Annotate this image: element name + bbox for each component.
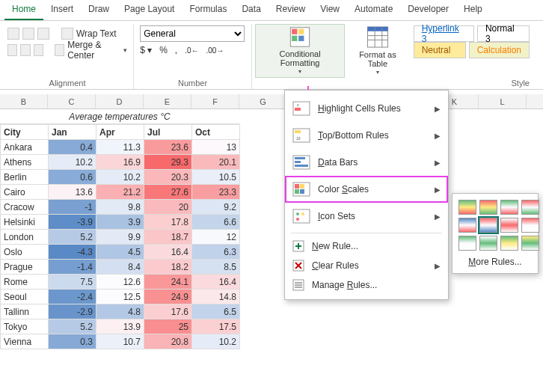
align-right-icon[interactable] (34, 44, 43, 56)
data-cell[interactable]: 23.6 (144, 140, 192, 155)
currency-button[interactable]: $ ▾ (140, 45, 152, 55)
align-bottom-icon[interactable] (37, 28, 49, 40)
data-cell[interactable]: 12.6 (96, 275, 144, 290)
color-scale-option[interactable] (458, 200, 476, 215)
cf-data-bars[interactable]: Data Bars ▶ (285, 149, 448, 176)
conditional-formatting-button[interactable]: Conditional Formatting ▾ (255, 24, 345, 78)
color-scale-option[interactable] (479, 236, 497, 251)
decrease-decimal-button[interactable]: .00→ (206, 46, 224, 55)
data-cell[interactable]: 17.8 (144, 215, 192, 230)
data-cell[interactable]: -2.9 (49, 304, 96, 319)
data-cell[interactable]: 20.8 (144, 334, 192, 349)
data-cell[interactable]: 3.9 (96, 215, 144, 230)
color-scale-option[interactable] (521, 236, 539, 251)
data-cell[interactable]: 0.6 (49, 170, 96, 185)
data-cell[interactable]: 0.4 (49, 140, 96, 155)
column-header[interactable]: E (144, 94, 191, 108)
data-cell[interactable]: -1 (49, 200, 96, 215)
format-as-table-button[interactable]: Format as Table ▾ (345, 24, 410, 78)
data-cell[interactable]: 21.2 (96, 185, 144, 200)
cf-color-scales[interactable]: Color Scales ▶ (285, 176, 448, 203)
data-cell[interactable]: 29.3 (144, 155, 192, 170)
data-cell[interactable]: -4.3 (49, 245, 96, 260)
data-cell[interactable]: 9.8 (96, 200, 144, 215)
data-cell[interactable]: 25 (144, 319, 192, 334)
color-scale-option[interactable] (521, 200, 539, 215)
color-scale-option[interactable] (500, 200, 518, 215)
title-cell[interactable]: Average temperatures °C (0, 109, 239, 124)
ribbon-tab-review[interactable]: Review (269, 1, 313, 20)
data-cell[interactable]: 12.5 (96, 290, 144, 304)
data-cell[interactable]: -1.4 (49, 260, 96, 275)
city-cell[interactable]: Berlin (1, 170, 49, 185)
city-cell[interactable]: Ankara (1, 140, 49, 155)
data-cell[interactable]: 0.3 (49, 334, 96, 349)
data-cell[interactable]: 23.3 (192, 185, 240, 200)
align-middle-icon[interactable] (22, 28, 34, 40)
city-cell[interactable]: Cracow (1, 200, 49, 215)
style-calculation[interactable]: Calculation (469, 42, 530, 58)
ribbon-tab-insert[interactable]: Insert (43, 1, 81, 20)
city-cell[interactable]: Helsinki (1, 215, 49, 230)
chevron-down-icon[interactable]: ▾ (123, 46, 127, 54)
data-cell[interactable]: 17.5 (192, 319, 240, 334)
color-scale-option[interactable] (500, 236, 518, 251)
city-cell[interactable]: Athens (1, 155, 49, 170)
ribbon-tab-formulas[interactable]: Formulas (182, 1, 234, 20)
merge-center-button[interactable]: Merge & Center (67, 40, 119, 61)
table-header[interactable]: Oct (192, 125, 240, 140)
data-cell[interactable]: 17.6 (144, 304, 192, 319)
wrap-text-button[interactable]: Wrap Text (76, 28, 117, 39)
city-cell[interactable]: Cairo (1, 185, 49, 200)
data-cell[interactable]: 11.3 (96, 140, 144, 155)
color-scale-option[interactable] (479, 200, 497, 215)
data-cell[interactable]: 10.2 (49, 155, 96, 170)
city-cell[interactable]: Prague (1, 260, 49, 275)
column-header[interactable]: L (479, 94, 527, 108)
color-scale-option[interactable] (458, 218, 476, 233)
data-cell[interactable]: 24.1 (144, 275, 192, 290)
cf-top-bottom[interactable]: 10 Top/Bottom Rules ▶ (285, 122, 448, 149)
data-cell[interactable]: -2.4 (49, 290, 96, 304)
city-cell[interactable]: London (1, 230, 49, 245)
ribbon-tab-draw[interactable]: Draw (81, 1, 117, 20)
city-cell[interactable]: Tallinn (1, 304, 49, 319)
column-header[interactable]: F (191, 94, 239, 108)
data-cell[interactable]: 4.8 (96, 304, 144, 319)
color-scale-option[interactable] (458, 236, 476, 251)
cf-highlight-cells[interactable]: ≤ Highlight Cells Rules ▶ (285, 95, 448, 122)
table-header[interactable]: Jul (144, 125, 192, 140)
style-neutral[interactable]: Neutral (414, 42, 466, 58)
data-cell[interactable]: 18.2 (144, 260, 192, 275)
column-header[interactable]: G (239, 94, 287, 108)
align-top-icon[interactable] (7, 28, 19, 40)
data-cell[interactable]: 5.2 (49, 230, 96, 245)
data-cell[interactable]: 13.9 (96, 319, 144, 334)
city-cell[interactable]: Vienna (1, 334, 49, 349)
data-cell[interactable]: 10.5 (192, 170, 240, 185)
color-scale-option[interactable] (500, 218, 518, 233)
data-cell[interactable]: 16.4 (144, 245, 192, 260)
data-cell[interactable]: 12 (192, 230, 240, 245)
data-cell[interactable]: 9.9 (96, 230, 144, 245)
data-cell[interactable]: 5.2 (49, 319, 96, 334)
data-cell[interactable]: 8.4 (96, 260, 144, 275)
data-cell[interactable]: -3.9 (49, 215, 96, 230)
data-cell[interactable]: 10.2 (192, 334, 240, 349)
data-cell[interactable]: 14.8 (192, 290, 240, 304)
ribbon-tab-developer[interactable]: Developer (400, 1, 456, 20)
align-center-icon[interactable] (20, 44, 30, 56)
percent-button[interactable]: % (159, 45, 168, 55)
data-cell[interactable]: 13.6 (49, 185, 96, 200)
data-cell[interactable]: 20.3 (144, 170, 192, 185)
ribbon-tab-automate[interactable]: Automate (347, 1, 400, 20)
table-header[interactable]: Jan (49, 125, 96, 140)
city-cell[interactable]: Rome (1, 275, 49, 290)
table-header[interactable]: Apr (96, 125, 144, 140)
column-header[interactable]: B (0, 94, 48, 108)
data-cell[interactable]: 7.5 (49, 275, 96, 290)
increase-decimal-button[interactable]: .0← (185, 46, 198, 55)
cf-new-rule[interactable]: New Rule... (285, 236, 448, 256)
data-cell[interactable]: 10.7 (96, 334, 144, 349)
data-cell[interactable]: 27.6 (144, 185, 192, 200)
